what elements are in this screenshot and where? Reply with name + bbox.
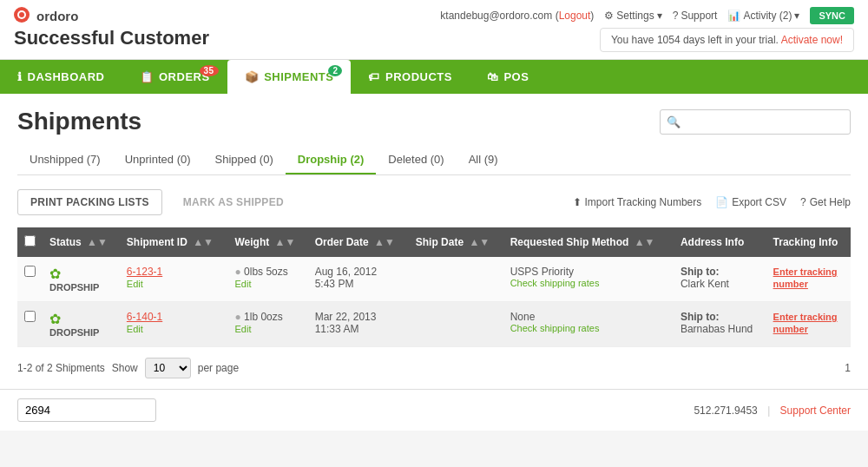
edit-link-1[interactable]: Edit xyxy=(127,279,143,289)
trial-banner: You have 1054 days left in your trial. A… xyxy=(600,28,854,52)
enter-tracking-link-2[interactable]: Enter trackingnumber xyxy=(773,312,838,334)
address-name-1: Clark Kent xyxy=(681,278,760,290)
check-rates-2[interactable]: Check shipping rates xyxy=(510,323,667,333)
address-name-2: Barnabas Hund xyxy=(681,323,760,335)
nav-item-pos[interactable]: 🛍 POs xyxy=(470,60,546,94)
nav-item-shipments[interactable]: 📦 SHIPMENTS 2 xyxy=(227,60,352,94)
settings-button[interactable]: ⚙ Settings ▾ xyxy=(604,10,661,22)
tab-unshipped[interactable]: Unshipped (7) xyxy=(17,146,113,174)
order-date-1: Aug 16, 20125:43 PM xyxy=(308,257,409,302)
shipment-id-link-1[interactable]: 6-123-1 xyxy=(127,266,162,278)
chevron-down-icon: ▾ xyxy=(657,10,662,22)
question-icon: ? xyxy=(673,10,679,22)
phone-number: 512.271.9453 xyxy=(694,405,757,417)
weight-val-2: 1lb 0ozs xyxy=(244,311,283,323)
weight-icon-1: ● xyxy=(235,266,241,278)
weight-edit-2[interactable]: Edit xyxy=(235,324,252,334)
main-nav: ℹ DASHBOARD 📋 ORDERS 35 📦 SHIPMENTS 2 🏷 … xyxy=(0,60,868,94)
status-label-1: DROPSHIP xyxy=(49,282,113,293)
table-row: ✿ DROPSHIP 6-140-1 Edit ● 1lb 0ozs Edit … xyxy=(17,302,851,347)
products-icon: 🏷 xyxy=(368,70,380,83)
sync-button[interactable]: SYNC xyxy=(810,7,854,24)
nav-item-orders[interactable]: 📋 ORDERS 35 xyxy=(122,60,227,94)
edit-link-2[interactable]: Edit xyxy=(127,324,143,334)
select-all-checkbox[interactable] xyxy=(24,235,36,247)
activity-icon: 📊 xyxy=(727,10,740,22)
support-button[interactable]: ? Support xyxy=(673,10,718,22)
col-requested-ship-method: Requested Ship Method ▲▼ xyxy=(503,227,674,257)
shipment-tabs: Unshipped (7) Unprinted (0) Shipped (0) … xyxy=(17,146,851,175)
tab-deleted[interactable]: Deleted (0) xyxy=(376,146,456,174)
col-tracking-info: Tracking Info xyxy=(766,227,851,257)
col-order-date: Order Date ▲▼ xyxy=(308,227,409,257)
shipments-icon: 📦 xyxy=(245,70,260,83)
row-checkbox-2[interactable] xyxy=(24,311,36,322)
dropship-status-icon-1: ✿ xyxy=(49,266,61,282)
weight-icon-2: ● xyxy=(235,311,241,323)
col-ship-date: Ship Date ▲▼ xyxy=(409,227,503,257)
svg-point-2 xyxy=(19,12,24,17)
col-shipment-id: Shipment ID ▲▼ xyxy=(120,227,228,257)
bottom-bar: 512.271.9453 | Support Center xyxy=(0,389,868,431)
search-icon: 🔍 xyxy=(667,115,681,128)
ship-method-1: USPS Priority xyxy=(510,266,667,278)
support-center-link[interactable]: Support Center xyxy=(780,405,851,417)
count-label: 1-2 of 2 Shipments xyxy=(17,362,105,374)
orders-icon: 📋 xyxy=(140,70,155,83)
chevron-down-icon2: ▾ xyxy=(794,10,799,22)
shipments-table: Status ▲▼ Shipment ID ▲▼ Weight ▲▼ Order… xyxy=(17,227,851,347)
tab-unprinted[interactable]: Unprinted (0) xyxy=(113,146,203,174)
activity-button[interactable]: 📊 Activity (2) ▾ xyxy=(727,10,799,22)
brand-name: ordoro xyxy=(36,9,78,23)
col-address-info: Address Info xyxy=(674,227,766,257)
nav-item-products[interactable]: 🏷 PRODUCTS xyxy=(351,60,469,94)
address-label-1: Ship to: xyxy=(681,266,760,278)
mark-as-shipped-button[interactable]: MARK AS SHIPPED xyxy=(171,189,296,215)
ordoro-logo-icon xyxy=(14,7,30,25)
col-status: Status ▲▼ xyxy=(43,227,120,257)
orders-badge: 35 xyxy=(200,65,219,76)
ship-date-2 xyxy=(409,302,503,347)
company-name: Successful Customer xyxy=(14,27,209,49)
activate-link[interactable]: Activate now! xyxy=(781,34,843,46)
enter-tracking-link-1[interactable]: Enter trackingnumber xyxy=(773,266,838,289)
status-label-2: DROPSHIP xyxy=(49,327,113,338)
tab-all[interactable]: All (9) xyxy=(457,146,510,174)
bottom-input[interactable] xyxy=(17,398,156,422)
tab-dropship[interactable]: Dropship (2) xyxy=(286,146,377,174)
user-email: ktandebug@ordoro.com (Logout) xyxy=(440,10,594,22)
shipments-badge: 2 xyxy=(328,65,342,76)
per-page-select[interactable]: 10 25 50 100 xyxy=(145,358,191,378)
order-date-2: Mar 22, 201311:33 AM xyxy=(308,302,409,347)
logout-link[interactable]: Logout xyxy=(559,10,591,22)
table-row: ✿ DROPSHIP 6-123-1 Edit ● 0lbs 5ozs Edit… xyxy=(17,257,851,302)
import-icon: ⬆ xyxy=(573,196,582,208)
get-help-button[interactable]: ? Get Help xyxy=(800,196,851,208)
nav-item-dashboard[interactable]: ℹ DASHBOARD xyxy=(0,60,122,94)
weight-val-1: 0lbs 5ozs xyxy=(244,266,288,278)
tab-shipped[interactable]: Shipped (0) xyxy=(203,146,286,174)
help-icon: ? xyxy=(800,196,806,208)
dropship-status-icon-2: ✿ xyxy=(49,311,61,327)
page-title: Shipments xyxy=(17,108,141,135)
export-icon: 📄 xyxy=(715,196,728,208)
per-page-label: per page xyxy=(198,362,239,374)
ship-method-2: None xyxy=(510,311,667,323)
print-packing-lists-button[interactable]: PRINT PACKING LISTS xyxy=(17,189,162,215)
separator: | xyxy=(767,405,770,417)
col-weight: Weight ▲▼ xyxy=(228,227,308,257)
check-rates-1[interactable]: Check shipping rates xyxy=(510,278,667,288)
address-label-2: Ship to: xyxy=(681,311,760,323)
ship-date-1 xyxy=(409,257,503,302)
page-number: 1 xyxy=(845,362,851,374)
export-csv-button[interactable]: 📄 Export CSV xyxy=(715,196,786,208)
pos-icon: 🛍 xyxy=(487,70,499,83)
row-checkbox-1[interactable] xyxy=(24,266,36,277)
dashboard-icon: ℹ xyxy=(17,70,23,83)
shipment-id-link-2[interactable]: 6-140-1 xyxy=(127,311,162,323)
import-tracking-button[interactable]: ⬆ Import Tracking Numbers xyxy=(573,196,702,208)
show-label: Show xyxy=(112,362,138,374)
search-input[interactable] xyxy=(660,109,851,135)
gear-icon: ⚙ xyxy=(604,10,614,22)
weight-edit-1[interactable]: Edit xyxy=(235,279,252,289)
